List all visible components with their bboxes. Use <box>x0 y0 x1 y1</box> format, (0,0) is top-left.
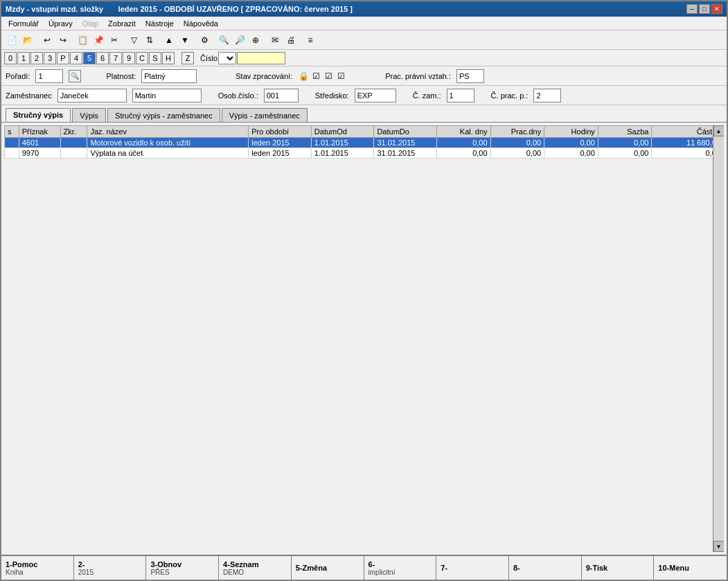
scroll-down-btn[interactable]: ▼ <box>713 541 725 552</box>
status-cell-9[interactable]: 10-Menu <box>654 556 727 580</box>
menu-zobrazit[interactable]: Zobrazit <box>104 19 140 28</box>
num-btn-5-active[interactable]: 5 <box>83 52 96 64</box>
th-od: DatumOd <box>311 126 374 138</box>
toolbar: 📄 📂 ↩ ↪ 📋 📌 ✂ ▽ ⇅ ▲ ▼ ⚙ 🔍 🔎 ⊕ ✉ 🖨 ≡ <box>1 30 727 50</box>
status-cell-4[interactable]: 5-Změna <box>292 556 364 580</box>
platnost-input[interactable] <box>141 69 197 83</box>
tab-vypis-zam[interactable]: Výpis - zaměstnanec <box>222 108 308 122</box>
menu-nastroje[interactable]: Nástroje <box>141 19 178 28</box>
cpracp-input[interactable] <box>533 89 561 102</box>
tab-strucny-zam[interactable]: Stručný výpis - zaměstnanec <box>107 108 220 122</box>
status-cell-1[interactable]: 2-2015 <box>74 556 147 580</box>
th-kal: Kal. dny <box>436 126 490 138</box>
status-cell-7[interactable]: 8- <box>509 556 582 580</box>
prac-label: Prac. právní vztah.: <box>385 72 451 80</box>
tb-down[interactable]: ▼ <box>177 33 193 48</box>
num-btn-2[interactable]: 2 <box>30 52 43 64</box>
tb-up[interactable]: ▲ <box>161 33 177 48</box>
num-row: 0 1 2 3 P 4 5 6 7 9 C S H Z Číslo <box>1 50 727 66</box>
tb-copy[interactable]: 📋 <box>75 33 90 48</box>
menu-formular[interactable]: Formulář <box>4 19 43 28</box>
num-btn-9[interactable]: 9 <box>123 52 135 64</box>
poradi-input[interactable] <box>35 69 63 83</box>
cislo-select[interactable] <box>218 52 236 64</box>
num-btn-0[interactable]: 0 <box>4 52 17 64</box>
vertical-scrollbar[interactable]: ▲ ▼ <box>713 125 724 552</box>
emp-row: Zaměstnanec Osob.číslo.: Středisko: Č. z… <box>1 86 727 105</box>
status-icons: 🔒 ☑ ☑ ☑ <box>298 71 346 82</box>
tb-search1[interactable]: 🔍 <box>216 33 231 48</box>
osobcislo-input[interactable] <box>264 89 299 102</box>
czam-label: Č. zam.: <box>413 91 441 100</box>
tb-search2[interactable]: 🔎 <box>232 33 247 48</box>
tb-new[interactable]: 📄 <box>4 33 19 48</box>
tb-open[interactable]: 📂 <box>20 33 35 48</box>
status-cell-8[interactable]: 9-Tisk <box>582 556 655 580</box>
num-btn-3[interactable]: 3 <box>44 52 56 64</box>
tb-filter[interactable]: ▽ <box>126 33 141 48</box>
tab-strucny-vypis[interactable]: Stručný výpis <box>6 108 71 122</box>
num-btn-s[interactable]: S <box>149 52 161 64</box>
tab-vypis[interactable]: Výpis <box>72 108 106 122</box>
poradi-label: Pořadí: <box>6 72 30 80</box>
firstname-input[interactable] <box>132 89 202 102</box>
maximize-button[interactable]: □ <box>699 4 710 14</box>
tb-list[interactable]: ≡ <box>303 33 318 48</box>
tb-search3[interactable]: ⊕ <box>248 33 263 48</box>
th-hod: Hodiny <box>544 126 598 138</box>
check-icon-2: ☑ <box>323 71 334 82</box>
zam-label: Zaměstnanec <box>6 91 52 100</box>
stredisko-input[interactable] <box>355 89 396 102</box>
title-bar: Mzdy - vstupní mzd. složky leden 2015 - … <box>1 1 727 17</box>
status-cell-6[interactable]: 7- <box>436 556 509 580</box>
title-text: Mzdy - vstupní mzd. složky leden 2015 - … <box>6 5 353 13</box>
platnost-label: Platnost: <box>106 72 136 80</box>
lastname-input[interactable] <box>57 89 127 102</box>
status-cell-3[interactable]: 4-SeznamDEMO <box>219 556 292 580</box>
prac-input[interactable] <box>456 69 484 83</box>
table-row[interactable]: 4601Motorové vozidlo k osob. užitíleden … <box>5 138 724 148</box>
tb-print[interactable]: 🖨 <box>283 33 299 48</box>
menu-upravy[interactable]: Úpravy <box>44 19 77 28</box>
tb-mail[interactable]: ✉ <box>267 33 283 48</box>
num-btn-1[interactable]: 1 <box>17 52 30 64</box>
cislo-label: Číslo <box>200 54 217 62</box>
num-btn-4[interactable]: 4 <box>70 52 82 64</box>
check-icon-3: ☑ <box>335 71 346 82</box>
menu-olap[interactable]: Olap <box>78 19 103 28</box>
osobcislo-label: Osob.číslo.: <box>218 91 258 100</box>
th-s: s <box>5 126 19 138</box>
check-icon-1: ☑ <box>310 71 321 82</box>
status-cell-5[interactable]: 6-implicitní <box>364 556 437 580</box>
close-button[interactable]: ✕ <box>711 4 722 14</box>
num-btn-p[interactable]: P <box>57 52 69 64</box>
scroll-up-btn[interactable]: ▲ <box>713 125 725 136</box>
stredisko-label: Středisko: <box>315 91 349 100</box>
menu-bar: Formulář Úpravy Olap Zobrazit Nástroje N… <box>1 17 727 30</box>
cislo-input[interactable] <box>237 52 285 64</box>
num-btn-z[interactable]: Z <box>181 52 194 64</box>
th-priznak: Příznak <box>19 126 60 138</box>
num-btn-c[interactable]: C <box>136 52 148 64</box>
menu-napoveda[interactable]: Nápověda <box>179 19 222 28</box>
table-row[interactable]: 9970Výplata na účetleden 20151.01.201531… <box>5 148 724 159</box>
status-cell-0[interactable]: 1-PomocKniha <box>1 556 74 580</box>
th-do: DatumDo <box>374 126 437 138</box>
tb-paste[interactable]: 📌 <box>91 33 106 48</box>
num-btn-h[interactable]: H <box>162 52 175 64</box>
status-cell-2[interactable]: 3-ObnovPŘES <box>146 556 219 580</box>
th-sazba: Sazba <box>598 126 652 138</box>
czam-input[interactable] <box>447 89 474 102</box>
tb-redo[interactable]: ↪ <box>55 33 71 48</box>
tabs: Stručný výpis Výpis Stručný výpis - zamě… <box>1 105 727 122</box>
tb-cut[interactable]: ✂ <box>107 33 122 48</box>
status-bar: 1-PomocKniha2-20153-ObnovPŘES4-SeznamDEM… <box>1 555 727 580</box>
tb-undo[interactable]: ↩ <box>39 33 55 48</box>
tb-sort[interactable]: ⇅ <box>142 33 157 48</box>
poradi-search-btn[interactable]: 🔍 <box>69 70 81 82</box>
num-btn-6[interactable]: 6 <box>96 52 109 64</box>
minimize-button[interactable]: ─ <box>686 4 698 14</box>
th-zkr: Zkr. <box>60 126 87 138</box>
tb-settings[interactable]: ⚙ <box>197 33 212 48</box>
num-btn-7[interactable]: 7 <box>109 52 122 64</box>
